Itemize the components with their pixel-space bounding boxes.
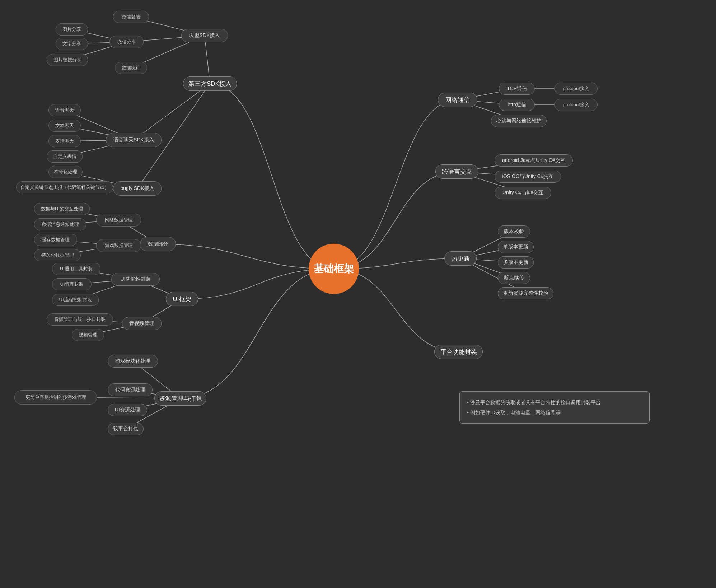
note-box: • 涉及平台数据的获取或者具有平台特性的接口调用封装平台• 例如硬件ID获取，电… [459, 391, 650, 424]
node-unity_lua: Unity C#与lua交互 [495, 187, 551, 199]
node-ui_res: UI资源处理 [108, 404, 147, 416]
node-cross_lang: 跨语言交互 [435, 164, 478, 179]
node-ui_framework: UI框架 [166, 292, 198, 306]
node-img_share: 图片分享 [56, 23, 88, 36]
node-data_msg: 数据消息通知处理 [34, 218, 86, 230]
node-resume_upload: 断点续传 [498, 272, 530, 284]
node-dual_pkg: 双平台打包 [108, 423, 144, 435]
node-platform_wrap: 平台功能封装 [434, 345, 483, 359]
node-av_iface: 音频管理与统一接口封装 [47, 313, 113, 326]
node-protobuf2: protobuf接入 [554, 99, 598, 111]
node-custom_node: 自定义关键节点上报（代码流程关键节点） [16, 181, 113, 193]
node-game_data_mgr: 游戏数据管理 [96, 239, 141, 252]
node-version_check: 版本校验 [498, 225, 530, 238]
node-wechat_share: 微信分享 [109, 36, 144, 48]
node-data_ui: 数据与UI的交互处理 [34, 203, 90, 215]
node-protobuf1: protobuf接入 [554, 83, 598, 95]
mindmap-container: 基础框架第三方SDK接入语音聊天SDK接入bugly SDK接入友盟SDK接入微… [0, 0, 716, 588]
node-multi_game: 更简单容易控制的多游戏管理 [14, 390, 97, 405]
node-hot_update: 热更新 [444, 251, 477, 266]
node-code_res: 代码资源处理 [108, 383, 153, 396]
node-av_mgr: 音视频管理 [122, 317, 162, 330]
node-text_share: 文字分享 [56, 38, 88, 50]
node-heartbeat: 心跳与网络连接维护 [491, 115, 547, 127]
node-tcp: TCP通信 [499, 83, 535, 95]
node-network: 网络通信 [438, 93, 477, 107]
node-video_mgr: 视频管理 [72, 329, 104, 341]
node-data_stat: 数据统计 [115, 62, 147, 74]
node-voice_sdk: 语音聊天SDK接入 [106, 133, 162, 147]
node-update_verify: 更新资源完整性校验 [498, 287, 553, 299]
connections-svg [0, 0, 716, 588]
node-symbol_proc: 符号化处理 [48, 166, 83, 178]
node-ui_mgr: UI管理封装 [52, 278, 92, 290]
node-imglink_share: 图片链接分享 [47, 54, 88, 66]
node-emoji_chat: 表情聊天 [48, 135, 81, 147]
node-persist_data: 持久化数据管理 [34, 249, 81, 261]
node-android_java: android Java与Unity C#交互 [495, 154, 573, 167]
node-ui_func_wrap: UI功能性封装 [111, 273, 160, 286]
node-center: 基础框架 [309, 244, 359, 294]
node-cache_data: 缓存数据管理 [34, 234, 77, 246]
node-data_part: 数据部分 [140, 237, 176, 251]
node-resource_mgr: 资源管理与打包 [154, 391, 206, 406]
node-game_mod: 游戏模块化处理 [108, 355, 158, 368]
node-youmeng_sdk: 友盟SDK接入 [181, 29, 228, 42]
node-net_data_mgr: 网络数据管理 [96, 214, 141, 227]
node-custom_emoji: 自定义表情 [47, 150, 83, 163]
node-text_chat: 文本聊天 [48, 120, 81, 132]
node-wechat_login: 微信登陆 [113, 11, 149, 23]
node-third_sdk: 第三方SDK接入 [183, 76, 237, 91]
node-bugly_sdk: bugly SDK接入 [113, 181, 162, 196]
node-ios_oc: iOS OC与Unity C#交互 [495, 171, 561, 183]
node-voice_chat: 语音聊天 [48, 104, 81, 116]
node-ui_flow: UI流程控制封装 [52, 294, 99, 306]
node-multi_update: 多版本更新 [498, 256, 534, 269]
node-http: http通信 [499, 99, 535, 111]
node-single_update: 单版本更新 [498, 241, 534, 253]
node-ui_tool: UI通用工具封装 [52, 263, 100, 275]
